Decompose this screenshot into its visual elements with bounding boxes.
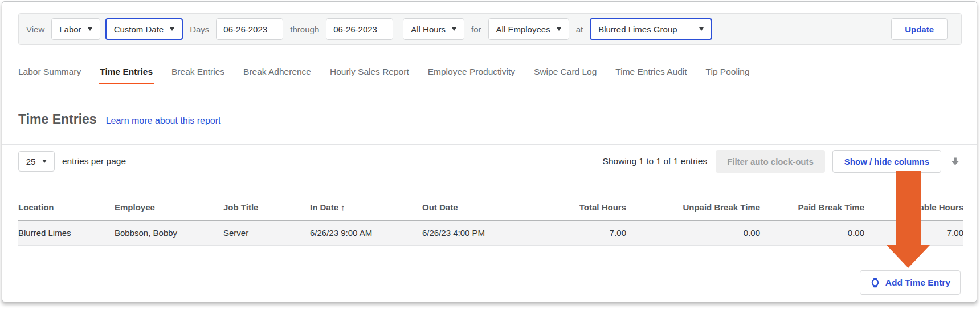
- tab-hourly-sales-report[interactable]: Hourly Sales Report: [330, 60, 409, 84]
- column-header-employee[interactable]: Employee: [115, 173, 223, 221]
- chevron-down-icon: [699, 27, 704, 31]
- add-time-entry-button[interactable]: Add Time Entry: [860, 270, 961, 295]
- tab-swipe-card-log[interactable]: Swipe Card Log: [534, 60, 597, 84]
- column-header-unpaid-break-time[interactable]: Unpaid Break Time: [626, 173, 760, 221]
- days-label: Days: [188, 25, 211, 34]
- column-header-payable-hours[interactable]: Payable Hours: [864, 173, 963, 221]
- column-header-total-hours[interactable]: Total Hours: [525, 173, 626, 221]
- labor-report-page: View Labor Custom Date Days through All …: [2, 1, 977, 302]
- page-title: Time Entries: [18, 112, 97, 127]
- column-header-job-title[interactable]: Job Title: [223, 173, 310, 221]
- divider: [2, 144, 977, 145]
- chevron-down-icon: [452, 27, 456, 31]
- date-mode-select[interactable]: Custom Date: [105, 18, 183, 40]
- download-icon[interactable]: [950, 156, 961, 167]
- cell-out-date: 6/26/23 4:00 PM: [422, 221, 525, 246]
- employees-select[interactable]: All Employees: [488, 18, 569, 40]
- tab-employee-productivity[interactable]: Employee Productivity: [428, 60, 515, 84]
- watch-icon: [870, 278, 880, 288]
- cell-location: Blurred Limes: [18, 221, 115, 246]
- view-label: View: [24, 25, 46, 34]
- show-hide-columns-button[interactable]: Show / hide columns: [832, 150, 941, 173]
- view-select[interactable]: Labor: [51, 18, 100, 40]
- for-label: for: [469, 25, 483, 34]
- entries-per-page-label: entries per page: [62, 156, 126, 166]
- tab-break-adherence[interactable]: Break Adherence: [243, 60, 311, 84]
- tab-labor-summary[interactable]: Labor Summary: [18, 60, 81, 84]
- location-select-value: Blurred Limes Group: [598, 25, 677, 34]
- showing-entries-text: Showing 1 to 1 of 1 entries: [603, 156, 708, 166]
- view-select-value: Labor: [59, 25, 81, 34]
- column-header-paid-break-time[interactable]: Paid Break Time: [760, 173, 864, 221]
- cell-employee: Bobbson, Bobby: [115, 221, 223, 246]
- tab-time-entries-audit[interactable]: Time Entries Audit: [615, 60, 687, 84]
- cell-in-date: 6/26/23 9:00 AM: [310, 221, 422, 246]
- at-label: at: [574, 25, 585, 34]
- filter-bar: View Labor Custom Date Days through All …: [18, 13, 962, 45]
- start-date-input[interactable]: [216, 18, 283, 40]
- column-header-out-date[interactable]: Out Date: [422, 173, 525, 221]
- filter-auto-clockouts-button[interactable]: Filter auto clock-outs: [716, 150, 825, 173]
- table-controls: 25 entries per page Showing 1 to 1 of 1 …: [18, 150, 961, 173]
- time-entries-table: Location Employee Job Title In Date↑ Out…: [18, 173, 963, 246]
- chevron-down-icon: [42, 160, 47, 163]
- hours-select-value: All Hours: [411, 25, 446, 34]
- cell-payable-hours: 7.00: [864, 221, 963, 246]
- cell-paid-break-time: 0.00: [760, 221, 864, 246]
- date-mode-value: Custom Date: [114, 25, 164, 34]
- chevron-down-icon: [170, 27, 174, 31]
- end-date-input[interactable]: [326, 18, 393, 40]
- column-header-in-date[interactable]: In Date↑: [310, 173, 422, 221]
- through-label: through: [288, 25, 321, 34]
- column-header-location[interactable]: Location: [18, 173, 115, 221]
- tab-tip-pooling[interactable]: Tip Pooling: [706, 60, 750, 84]
- tab-break-entries[interactable]: Break Entries: [172, 60, 224, 84]
- learn-more-link[interactable]: Learn more about this report: [106, 116, 221, 126]
- hours-select[interactable]: All Hours: [403, 18, 464, 40]
- page-size-value: 25: [26, 157, 36, 166]
- chevron-down-icon: [88, 27, 92, 31]
- report-tabs: Labor Summary Time Entries Break Entries…: [2, 60, 977, 84]
- add-time-entry-label: Add Time Entry: [885, 278, 950, 288]
- chevron-down-icon: [557, 27, 561, 31]
- cell-unpaid-break-time: 0.00: [626, 221, 760, 246]
- table-row[interactable]: Blurred Limes Bobbson, Bobby Server 6/26…: [18, 221, 963, 246]
- page-size-select[interactable]: 25: [18, 151, 55, 172]
- employees-select-value: All Employees: [496, 25, 550, 34]
- update-button[interactable]: Update: [891, 18, 948, 40]
- cell-job-title: Server: [223, 221, 310, 246]
- location-select[interactable]: Blurred Limes Group: [590, 18, 712, 40]
- tab-time-entries[interactable]: Time Entries: [100, 60, 153, 84]
- sort-ascending-icon: ↑: [341, 202, 345, 212]
- table-header-row: Location Employee Job Title In Date↑ Out…: [18, 173, 963, 221]
- cell-total-hours: 7.00: [525, 221, 626, 246]
